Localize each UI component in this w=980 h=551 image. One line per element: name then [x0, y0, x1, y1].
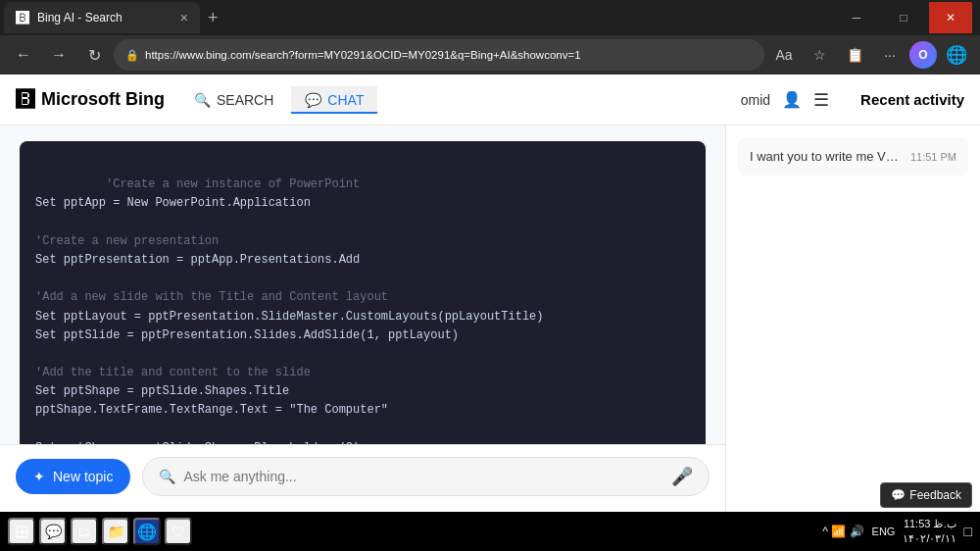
code-content: 'Create a new instance of PowerPoint Set… — [35, 177, 600, 444]
profile-avatar: O — [909, 41, 937, 69]
bing-logo: 🅱 Microsoft Bing — [16, 88, 165, 111]
show-desktop-button[interactable]: □ — [964, 524, 972, 539]
chat-input-area: ✦ New topic 🔍 🎤 — [0, 444, 725, 512]
mic-button[interactable]: 🎤 — [671, 466, 693, 487]
address-bar[interactable]: 🔒 — [114, 39, 764, 71]
search-nav-link[interactable]: 🔍 SEARCH — [180, 86, 287, 114]
profile-button[interactable]: O — [909, 41, 937, 69]
new-tab-button[interactable]: + — [200, 8, 226, 28]
taskbar-search-icon[interactable]: 💬 — [39, 518, 67, 545]
taskbar-shield-icon[interactable]: 🛡 — [165, 518, 192, 545]
taskbar-clock: 11:53 ب.ظ ۱۴۰۲/۰۳/۱۱ — [903, 517, 956, 547]
user-icon: 👤 — [782, 90, 802, 109]
nav-links: 🔍 SEARCH 💬 CHAT — [180, 86, 377, 114]
browser-tab[interactable]: 🅱 Bing AI - Search × — [4, 2, 200, 33]
recent-chat-time: 11:51 PM — [910, 151, 956, 163]
nav-right: omid 👤 ☰ Recent activity — [741, 89, 964, 111]
feedback-button[interactable]: 💬 Feedback — [880, 482, 972, 508]
chat-messages: 'Create a new instance of PowerPoint Set… — [0, 125, 725, 444]
tab-close-button[interactable]: × — [180, 10, 188, 25]
taskbar: ⊞ 💬 🗂 📁 🌐 🛡 ^ 📶 🔊 ENG 11:53 ب.ظ ۱۴۰۲/۰۳/… — [0, 512, 980, 551]
chat-area: 'Create a new instance of PowerPoint Set… — [0, 125, 725, 512]
back-button[interactable]: ← — [8, 39, 39, 71]
favorites-button[interactable]: ☆ — [804, 39, 835, 71]
minimize-button[interactable]: ─ — [835, 2, 878, 33]
tab-favicon: 🅱 — [16, 10, 29, 25]
list-item[interactable]: I want you to write me VBA Code for a Po… — [738, 137, 968, 175]
username-label: omid — [741, 92, 770, 108]
read-aloud-button[interactable]: Aa — [768, 39, 800, 71]
collections-button[interactable]: 📋 — [839, 39, 870, 71]
bing-logo-icon: 🅱 — [16, 88, 35, 111]
bing-logo-text: Microsoft Bing — [41, 89, 165, 110]
taskbar-sys-icons: ^ 📶 🔊 — [822, 525, 863, 538]
input-row: ✦ New topic 🔍 🎤 — [16, 457, 710, 496]
maximize-button[interactable]: □ — [882, 2, 925, 33]
chat-nav-icon: 💬 — [305, 92, 321, 108]
close-window-button[interactable]: ✕ — [929, 2, 972, 33]
refresh-button[interactable]: ↻ — [78, 39, 110, 71]
recent-activity-label: Recent activity — [860, 91, 964, 108]
search-nav-icon: 🔍 — [194, 92, 211, 108]
search-icon: 🔍 — [159, 469, 175, 484]
chat-input[interactable] — [183, 469, 663, 484]
taskbar-files-icon[interactable]: 📁 — [102, 518, 129, 545]
chat-input-container[interactable]: 🔍 🎤 — [142, 457, 710, 496]
menu-button[interactable]: ··· — [874, 39, 906, 71]
feedback-icon: 💬 — [891, 488, 906, 502]
forward-button[interactable]: → — [43, 39, 74, 71]
new-topic-button[interactable]: ✦ New topic — [16, 459, 130, 494]
new-topic-icon: ✦ — [33, 469, 45, 484]
tab-title: Bing AI - Search — [37, 11, 172, 25]
taskbar-browser-icon[interactable]: 🌐 — [133, 518, 161, 545]
recent-chat-text: I want you to write me VBA Code for a Po… — [750, 149, 903, 164]
start-button[interactable]: ⊞ — [8, 518, 35, 545]
code-block: 'Create a new instance of PowerPoint Set… — [20, 141, 706, 444]
taskbar-lang: ENG — [872, 526, 896, 537]
chat-nav-link[interactable]: 💬 CHAT — [291, 86, 377, 114]
edge-icon[interactable]: 🌐 — [941, 39, 972, 71]
hamburger-button[interactable]: ☰ — [813, 89, 829, 111]
main-content: 'Create a new instance of PowerPoint Set… — [0, 125, 980, 512]
sidebar: I want you to write me VBA Code for a Po… — [725, 125, 980, 512]
navbar: 🅱 Microsoft Bing 🔍 SEARCH 💬 CHAT omid 👤 … — [0, 75, 980, 125]
taskbar-widgets-icon[interactable]: 🗂 — [71, 518, 98, 545]
address-input[interactable] — [145, 49, 753, 61]
